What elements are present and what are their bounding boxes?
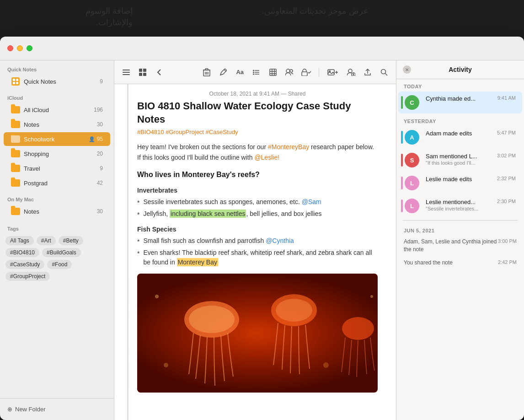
sidebar-item-notes-mac-label: Notes (24, 208, 97, 215)
lock-button[interactable] (299, 66, 313, 79)
toolbar: Aa (114, 60, 396, 84)
activity-item-adam-time: 5:47 PM (497, 130, 516, 135)
svg-rect-5 (139, 73, 142, 76)
activity-item-sam-sub: "If this looks good I'll... (426, 160, 492, 166)
avatar-adam: A (405, 130, 419, 145)
hashtag-monterey-bay: #MontereyBay (268, 143, 309, 151)
svg-line-12 (224, 70, 226, 71)
sidebar-item-quick-notes-label: Quick Notes (24, 78, 100, 85)
new-folder-button[interactable]: ⊕ New Folder (7, 404, 45, 415)
sidebar-item-shopping-count: 20 (97, 151, 103, 157)
activity-indicator-sam (401, 154, 403, 167)
delete-button[interactable] (200, 66, 213, 79)
activity-item-cynthia[interactable]: C Cynthia made ed... 9:41 AM (398, 92, 522, 113)
note-title: BIO 4810 Shallow Water Ecology Case Stud… (137, 100, 378, 126)
activity-item-shared-text: You shared the note (404, 259, 453, 266)
svg-point-16 (253, 70, 254, 71)
sidebar-item-postgrad-count: 42 (97, 180, 103, 186)
sidebar-item-notes-icloud-count: 30 (97, 121, 103, 128)
svg-point-32 (353, 75, 354, 75)
tag-art[interactable]: #Art (37, 236, 56, 245)
tag-casestudy[interactable]: #CaseStudy (5, 260, 44, 269)
quick-notes-icon (11, 77, 20, 86)
svg-point-42 (323, 362, 329, 368)
svg-rect-0 (123, 70, 130, 70)
activity-button[interactable] (345, 66, 358, 79)
collaboration-button[interactable] (283, 66, 296, 79)
search-button[interactable] (378, 66, 390, 79)
activity-item-adam[interactable]: A Adam made edits 5:47 PM (398, 126, 522, 148)
sidebar-item-postgrad-label: Postgrad (24, 180, 97, 187)
checklist-button[interactable] (250, 66, 263, 79)
annotation-top-right: عرض موجز تحديثات المتعاونين. (241, 5, 369, 17)
activity-item-adam-content: Adam made edits (426, 130, 492, 137)
share-button[interactable] (361, 66, 374, 79)
sidebar-item-notes-icloud[interactable]: Notes 30 (4, 118, 110, 131)
svg-rect-1 (123, 72, 130, 73)
highlight-monterey-bay: Monterey Bay (177, 258, 218, 266)
activity-divider (403, 220, 518, 221)
svg-point-43 (164, 363, 168, 367)
toolbar-divider (319, 68, 319, 77)
sidebar-item-postgrad[interactable]: Postgrad 42 (4, 176, 110, 190)
folder-icon (11, 207, 20, 216)
svg-point-29 (348, 69, 352, 73)
activity-item-joined: 3:00 PM Adam, Sam, Leslie and Cynthia jo… (396, 235, 524, 256)
activity-close-button[interactable]: ✕ (403, 65, 411, 74)
sidebar-item-all-icloud-label: All iCloud (24, 107, 94, 113)
avatar-sam: S (405, 153, 419, 167)
tag-all-tags[interactable]: All Tags (5, 236, 34, 245)
folder-icon-active (11, 135, 20, 144)
sidebar-item-schoolwork[interactable]: Schoolwork 👤 95 (4, 132, 110, 146)
activity-item-leslie-2[interactable]: L Leslie mentioned... "Sessile invertebr… (398, 195, 522, 217)
tag-food[interactable]: #Food (47, 260, 72, 269)
minimize-button[interactable] (17, 45, 23, 51)
svg-point-40 (342, 317, 374, 340)
activity-item-leslie-2-main: Leslie mentioned... (426, 199, 492, 205)
tag-betty[interactable]: #Betty (59, 236, 83, 245)
activity-item-joined-time: 3:00 PM (498, 238, 517, 245)
folder-icon (11, 105, 20, 114)
sidebar-item-notes-mac[interactable]: Notes 30 (4, 205, 110, 218)
svg-rect-6 (143, 73, 146, 76)
sidebar-item-quick-notes[interactable]: Quick Notes 9 (4, 75, 110, 88)
sidebar-item-shopping[interactable]: Shopping 20 (4, 147, 110, 161)
activity-indicator-leslie-1 (401, 177, 403, 189)
back-button[interactable] (153, 66, 166, 79)
table-button[interactable] (267, 66, 279, 79)
bullet-item-3: * Small fish such as clownfish and parro… (137, 236, 378, 247)
svg-rect-26 (302, 72, 307, 76)
svg-point-18 (253, 73, 254, 75)
avatar-leslie-2: L (405, 199, 419, 213)
activity-indicator-cynthia (401, 96, 403, 109)
list-view-button[interactable] (120, 66, 133, 79)
sidebar-item-schoolwork-label: Schoolwork (24, 136, 89, 143)
sidebar-item-shopping-label: Shopping (24, 151, 97, 157)
tag-buildgoals[interactable]: #BuildGoals (42, 248, 81, 257)
plus-icon: ⊕ (7, 406, 12, 413)
activity-indicator-leslie-2 (401, 199, 403, 212)
grid-view-button[interactable] (136, 66, 149, 79)
close-button[interactable] (7, 45, 13, 51)
activity-item-sam-main: Sam mentioned L... (426, 153, 492, 160)
note-image (137, 274, 378, 393)
activity-item-cynthia-main: Cynthia made ed... (426, 95, 493, 102)
tag-bio4810[interactable]: #BIO4810 (5, 248, 39, 257)
bullet-item-4: * Even sharks! The blacktip reef shark, … (137, 248, 378, 267)
activity-item-leslie-1-time: 2:32 PM (497, 176, 516, 181)
compose-button[interactable] (217, 66, 230, 79)
media-button[interactable] (325, 66, 341, 79)
activity-item-sam[interactable]: S Sam mentioned L... "If this looks good… (398, 149, 522, 171)
share-indicator-icon: 👤 (89, 136, 95, 142)
annotation-top-left: إضافة الوسوموالإشارات. (32, 5, 133, 28)
maximize-button[interactable] (27, 45, 32, 51)
sidebar-item-travel[interactable]: Travel 9 (4, 162, 110, 175)
sidebar-item-all-icloud[interactable]: All iCloud 196 (4, 103, 110, 117)
svg-point-41 (155, 295, 159, 298)
tags-section: Tags All Tags #Art #Betty #BIO4810 #Buil… (0, 219, 114, 286)
tag-groupproject[interactable]: #GroupProject (5, 272, 50, 281)
content-area: Aa (114, 60, 396, 420)
bullet-item-1: * Sessile invertebrates such as sponges,… (137, 197, 378, 208)
activity-item-leslie-1[interactable]: L Leslie made edits 2:32 PM (398, 172, 522, 194)
format-button[interactable]: Aa (233, 66, 246, 79)
